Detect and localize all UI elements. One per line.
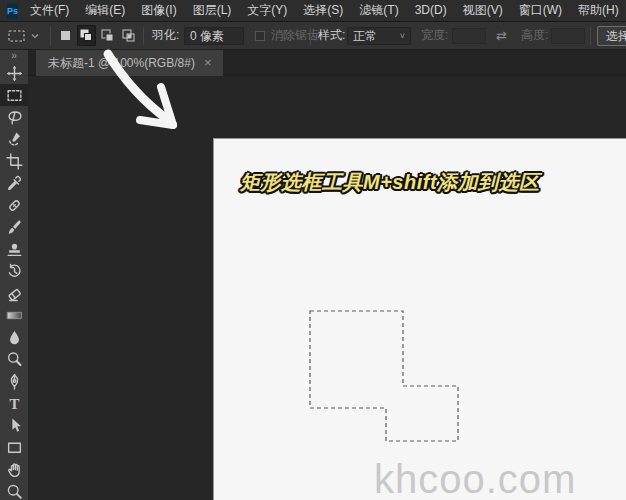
tool-lasso[interactable] [0, 106, 28, 128]
menu-items: 文件(F)编辑(E)图像(I)图层(L)文字(Y)选择(S)滤镜(T)3D(D)… [22, 0, 626, 21]
zoom-icon [6, 483, 23, 500]
width-input[interactable] [452, 28, 486, 44]
tool-blur[interactable] [0, 326, 28, 348]
rectangular-marquee-icon [6, 87, 23, 104]
toolbar-collapse-chevron[interactable]: » [11, 50, 17, 62]
menu-item[interactable]: 3D(D) [407, 0, 455, 21]
menu-item[interactable]: 选择(S) [295, 0, 351, 21]
clone-stamp-icon [6, 241, 23, 258]
spot-healing-icon [6, 197, 23, 214]
crop-icon [6, 153, 23, 170]
tool-type[interactable]: T [0, 392, 28, 414]
menu-item[interactable]: 编辑(E) [77, 0, 133, 21]
tool-bar: » T [0, 50, 28, 500]
antialias-checkbox[interactable] [255, 31, 265, 41]
height-input[interactable] [551, 28, 585, 44]
style-dropdown[interactable]: 正常 ˅ [347, 27, 411, 45]
separator [143, 27, 144, 45]
select-and-mask-button[interactable]: 选择并 [597, 26, 626, 46]
feather-label: 羽化: [152, 22, 179, 49]
photoshop-logo: Ps [7, 3, 18, 19]
marquee-preset-icon [7, 28, 26, 44]
menu-bar: Ps 文件(F)编辑(E)图像(I)图层(L)文字(Y)选择(S)滤镜(T)3D… [0, 0, 626, 22]
menu-item[interactable]: 窗口(W) [511, 0, 570, 21]
tool-quick-selection[interactable] [0, 128, 28, 150]
menu-item[interactable]: 滤镜(T) [351, 0, 406, 21]
eyedropper-icon [6, 175, 23, 192]
add-to-selection-button[interactable] [77, 25, 96, 46]
menu-item[interactable]: 视图(V) [455, 0, 511, 21]
antialias-label: 消除锯齿 [271, 22, 319, 49]
document-canvas[interactable]: 矩形选框工具M+shift添加到选区 khcoo.com [213, 138, 626, 500]
tool-brush[interactable] [0, 216, 28, 238]
options-bar: 羽化: 0 像素 消除锯齿 样式: 正常 ˅ 宽度: ⇄ 高度: 选择并 [0, 22, 626, 50]
style-label: 样式: [318, 22, 345, 49]
tool-path-selection[interactable] [0, 414, 28, 436]
svg-text:T: T [9, 395, 19, 411]
intersect-selection-icon [121, 28, 136, 43]
separator [590, 27, 591, 45]
add-to-selection-icon [79, 28, 94, 43]
style-value: 正常 [353, 28, 377, 45]
tool-pen[interactable] [0, 370, 28, 392]
menu-item[interactable]: 文字(Y) [239, 0, 295, 21]
blur-icon [6, 329, 23, 346]
hand-icon [6, 461, 23, 478]
tool-eyedropper[interactable] [0, 172, 28, 194]
tool-rectangular-marquee[interactable] [0, 84, 28, 106]
tool-spot-healing[interactable] [0, 194, 28, 216]
tool-dodge[interactable] [0, 348, 28, 370]
history-brush-icon [6, 263, 23, 280]
tool-move[interactable] [0, 62, 28, 84]
chevron-down-icon: ˅ [400, 31, 405, 41]
watermark-text: khcoo.com [374, 457, 576, 500]
feather-input[interactable]: 0 像素 [184, 27, 244, 45]
tool-preset-picker[interactable] [7, 22, 39, 49]
menu-item[interactable]: 文件(F) [22, 0, 77, 21]
new-selection-button[interactable] [56, 25, 75, 46]
close-tab-icon[interactable]: × [204, 57, 212, 69]
brush-icon [6, 219, 23, 236]
tutorial-annotation-text: 矩形选框工具M+shift添加到选区 [240, 169, 540, 196]
swap-width-height-icon[interactable]: ⇄ [496, 22, 507, 49]
tool-hand[interactable] [0, 458, 28, 480]
type-icon: T [6, 395, 23, 412]
path-selection-icon [6, 417, 23, 434]
menu-item[interactable]: 帮助(H) [570, 0, 626, 21]
pen-icon [6, 373, 23, 390]
separator [50, 27, 51, 45]
canvas-pasteboard: 矩形选框工具M+shift添加到选区 khcoo.com [28, 76, 626, 500]
tool-crop[interactable] [0, 150, 28, 172]
new-selection-icon [58, 28, 73, 43]
subtract-from-selection-button[interactable] [98, 25, 117, 46]
document-tab-title: 未标题-1 @ 100%(RGB/8#) [48, 55, 195, 72]
move-icon [6, 65, 23, 82]
tool-clone-stamp[interactable] [0, 238, 28, 260]
tool-history-brush[interactable] [0, 260, 28, 282]
tool-zoom[interactable] [0, 480, 28, 500]
selection-mode-buttons [56, 22, 138, 49]
document-tab-strip: 未标题-1 @ 100%(RGB/8#) × [28, 50, 626, 76]
width-label: 宽度: [421, 22, 448, 49]
lasso-icon [6, 109, 23, 126]
tool-gradient[interactable] [0, 304, 28, 326]
intersect-selection-button[interactable] [119, 25, 138, 46]
subtract-from-selection-icon [100, 28, 115, 43]
menu-item[interactable]: 图层(L) [185, 0, 240, 21]
chevron-down-icon [31, 33, 39, 39]
tools-list: T [0, 62, 28, 500]
separator [310, 27, 311, 45]
rectangle-icon [6, 439, 23, 456]
height-label: 高度: [521, 22, 548, 49]
tool-rectangle[interactable] [0, 436, 28, 458]
tool-eraser[interactable] [0, 282, 28, 304]
quick-selection-icon [6, 131, 23, 148]
menu-item[interactable]: 图像(I) [133, 0, 184, 21]
document-tab[interactable]: 未标题-1 @ 100%(RGB/8#) × [36, 50, 223, 76]
dodge-icon [6, 351, 23, 368]
eraser-icon [6, 285, 23, 302]
gradient-icon [6, 307, 23, 324]
